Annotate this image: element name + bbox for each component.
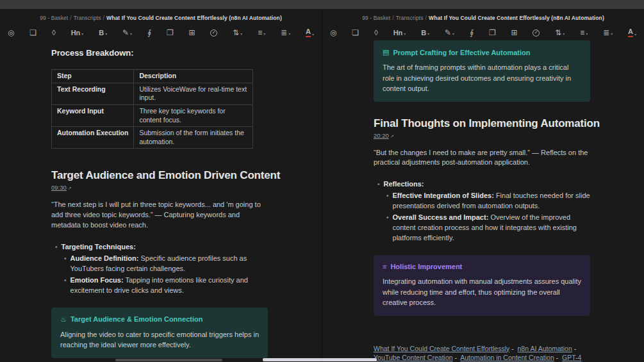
chevron-down-icon: ▾ xyxy=(427,32,429,37)
check-circle-icon[interactable]: ✓ xyxy=(210,29,217,37)
quote-paragraph: “But the changes I need to make are pret… xyxy=(374,148,590,169)
breadcrumb-note-title[interactable]: What If You Could Create Content Effortl… xyxy=(106,15,282,21)
timestamp-link-wrap: 09:30↗ xyxy=(51,184,268,191)
record-icon[interactable]: ◎ xyxy=(8,29,14,37)
list-item-lead: Audience Definition: xyxy=(70,254,139,262)
tag-link[interactable]: YouTube Content Creation xyxy=(374,354,453,361)
heading-icon[interactable]: Hn▾ xyxy=(71,29,84,37)
chevron-down-icon: ▾ xyxy=(404,32,406,37)
list-item-lead: Emotion Focus: xyxy=(70,276,124,284)
tag-links: What If You Could Create Content Effortl… xyxy=(374,344,590,362)
flame-icon: ♨ xyxy=(60,315,67,324)
breadcrumb-separator: / xyxy=(392,15,393,21)
abstract-callout: ▤ Prompt Crafting for Effective Automati… xyxy=(374,40,590,102)
tag-link[interactable]: What If You Could Create Content Effortl… xyxy=(374,345,509,352)
record-icon[interactable]: ◎ xyxy=(330,29,336,37)
table-header-row: Step Description xyxy=(52,70,253,83)
timestamp-link[interactable]: 09:30 xyxy=(51,184,67,191)
tip-callout: ♨ Target Audience & Emotion Connection A… xyxy=(51,308,268,358)
callout-body: The art of framing prompts within automa… xyxy=(383,62,581,94)
bullet-icon: • xyxy=(64,276,67,296)
chevron-down-icon: ▾ xyxy=(130,32,132,37)
list-title: Reflections: xyxy=(384,180,424,188)
list-title: Targeting Techniques: xyxy=(62,243,136,251)
external-link-icon: ↗ xyxy=(390,134,394,139)
paperclip-icon[interactable]: ∮ xyxy=(470,29,474,37)
check-circle-icon[interactable]: ✓ xyxy=(533,29,540,37)
breadcrumb-vault[interactable]: 99 - Basket xyxy=(362,15,390,21)
ordered-list-icon[interactable]: ≣▾ xyxy=(281,29,290,37)
new-note-icon[interactable]: ❏ xyxy=(29,29,37,37)
new-note-icon[interactable]: ❏ xyxy=(352,29,359,37)
breadcrumb-folder[interactable]: Transcripts xyxy=(74,15,101,21)
table-cell: Keyword Input xyxy=(52,104,134,126)
table-row: Text Recording Utilizes VoiceWave for re… xyxy=(52,83,253,104)
callout-title: Target Audience & Emotion Connection xyxy=(70,315,203,323)
font-color-icon[interactable]: A▾ xyxy=(306,28,314,37)
tag-link-separator: - xyxy=(554,354,560,361)
table-icon[interactable]: ⊞ xyxy=(189,29,195,37)
bullet-icon: • xyxy=(386,213,389,243)
bullet-icon: • xyxy=(386,191,389,211)
breadcrumb-separator: / xyxy=(103,15,104,21)
tag-link[interactable]: n8n AI Automation xyxy=(518,345,572,352)
section-heading-target-audience: Target Audience and Emotion Driven Conte… xyxy=(51,169,268,182)
table-row: Automation Execution Submission of the f… xyxy=(52,127,253,149)
breadcrumb-note-title[interactable]: What If You Could Create Content Effortl… xyxy=(429,15,604,21)
bold-icon[interactable]: B▾ xyxy=(99,29,107,37)
table-cell: Utilizes VoiceWave for real-time text in… xyxy=(134,83,253,104)
breadcrumb-folder[interactable]: Transcripts xyxy=(396,15,424,21)
table-cell: Submission of the form initiates the aut… xyxy=(134,127,253,149)
bullet-list-icon[interactable]: ≡▾ xyxy=(580,29,588,37)
quote-paragraph: “The next step is I will put in three to… xyxy=(51,200,268,231)
editing-toolbar: ◎ ❏ ◊ Hn▾ B▾ ✎▾ ∮ ❐ ⊞ ✓ ⇅▾ ≡▾ ≣▾ A▾ xyxy=(0,26,322,39)
callout-title: Prompt Crafting for Effective Automation xyxy=(393,49,530,56)
callout-title: Holistic Improvement xyxy=(390,263,462,270)
breadcrumb-vault[interactable]: 99 - Basket xyxy=(40,15,68,21)
breadcrumb-separator: / xyxy=(70,15,71,21)
list-item-lead: Overall Success and Impact: xyxy=(393,213,489,221)
tag-link[interactable]: Automation in Content Creation xyxy=(460,354,554,361)
text-style-icon[interactable]: ⇅▾ xyxy=(555,29,565,37)
list-item: • Targeting Techniques: xyxy=(51,242,268,252)
horizontal-scrollbar-thumb[interactable] xyxy=(263,358,377,361)
chevron-down-icon: ▾ xyxy=(81,32,83,37)
chevron-down-icon: ▾ xyxy=(288,32,290,37)
chevron-down-icon: ▾ xyxy=(105,32,107,37)
eraser-icon[interactable]: ◊ xyxy=(374,29,378,37)
bullet-list-icon[interactable]: ≡▾ xyxy=(258,29,265,37)
section-heading-final-thoughts: Final Thoughts on Implementing Automatio… xyxy=(374,117,590,130)
process-breakdown-heading: Process Breakdown: xyxy=(51,48,268,58)
example-callout: ≡ Holistic Improvement Integrating autom… xyxy=(374,255,590,316)
horizontal-scrollbar-thumb[interactable] xyxy=(115,359,222,361)
external-link-icon: ↗ xyxy=(68,186,72,191)
breadcrumb-separator: / xyxy=(425,15,427,21)
timestamp-link[interactable]: 20:20 xyxy=(374,132,389,139)
export-file-icon[interactable]: ❐ xyxy=(167,29,174,37)
process-table: Step Description Text Recording Utilizes… xyxy=(51,69,253,149)
font-color-icon[interactable]: A▾ xyxy=(628,28,636,37)
ordered-list-icon[interactable]: ≣▾ xyxy=(603,29,613,37)
edit-icon[interactable]: ✎▾ xyxy=(122,29,132,37)
editing-toolbar: ◎ ❏ ◊ Hn▾ B▾ ✎▾ ∮ ❐ ⊞ ✓ ⇅▾ ≡▾ ≣▾ A▾ xyxy=(322,26,644,39)
table-cell: Automation Execution xyxy=(52,127,134,149)
text-style-icon[interactable]: ⇅▾ xyxy=(233,29,242,37)
heading-icon[interactable]: Hn▾ xyxy=(393,29,406,37)
chevron-down-icon: ▾ xyxy=(452,32,454,37)
export-file-icon[interactable]: ❐ xyxy=(489,29,496,37)
chevron-down-icon: ▾ xyxy=(263,32,265,37)
targeting-techniques-list: • Targeting Techniques: • Audience Defin… xyxy=(51,242,268,296)
bold-icon[interactable]: B▾ xyxy=(421,29,429,37)
bullet-icon: • xyxy=(377,179,380,190)
eraser-icon[interactable]: ◊ xyxy=(52,29,56,37)
list-icon: ≡ xyxy=(383,263,386,270)
breadcrumb: 99 - Basket/Transcripts/What If You Coul… xyxy=(0,15,322,21)
list-item: • Emotion Focus: Tapping into emotions l… xyxy=(51,276,268,296)
table-cell: Text Recording xyxy=(52,83,134,104)
list-item: • Overall Success and Impact: Overview o… xyxy=(374,213,590,243)
edit-icon[interactable]: ✎▾ xyxy=(445,29,454,37)
list-item: • Audience Definition: Specific audience… xyxy=(51,254,268,274)
table-header-description: Description xyxy=(134,70,253,83)
table-icon[interactable]: ⊞ xyxy=(511,29,518,37)
paperclip-icon[interactable]: ∮ xyxy=(147,29,151,37)
